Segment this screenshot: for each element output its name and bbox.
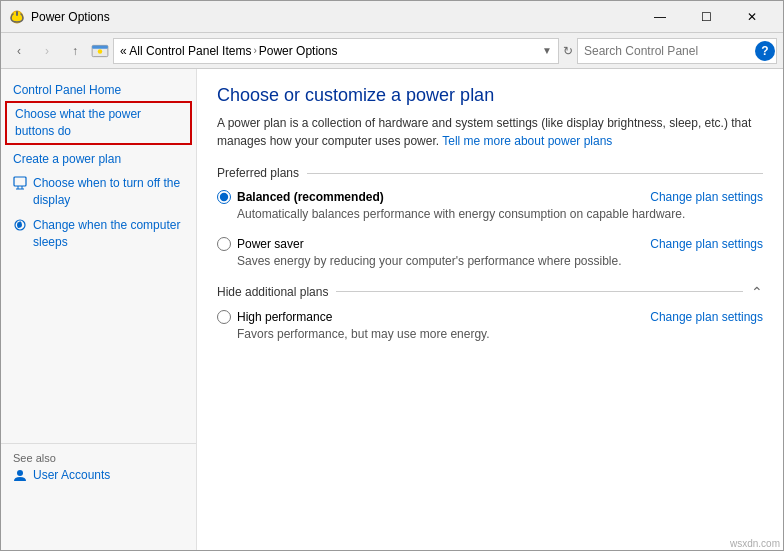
high-performance-plan-desc: Favors performance, but may use more ene… — [217, 326, 763, 343]
sidebar-home-link[interactable]: Control Panel Home — [1, 77, 196, 99]
collapse-chevron-icon[interactable]: ⌃ — [751, 284, 763, 300]
window-controls: — ☐ ✕ — [637, 1, 775, 33]
sidebar-item-label: Change when the computer sleeps — [33, 217, 184, 251]
balanced-radio[interactable] — [217, 190, 231, 204]
minimize-button[interactable]: — — [637, 1, 683, 33]
forward-button[interactable]: › — [35, 39, 59, 63]
page-title: Choose or customize a power plan — [217, 85, 763, 106]
help-icon[interactable]: ? — [755, 41, 775, 61]
balanced-plan-item: Balanced (recommended) Change plan setti… — [217, 190, 763, 223]
sidebar: Control Panel Home Choose what the power… — [1, 69, 197, 551]
main-container: Control Panel Home Choose what the power… — [1, 69, 783, 551]
breadcrumb-separator: › — [253, 45, 256, 56]
see-also-user-accounts[interactable]: User Accounts — [13, 468, 184, 482]
sleep-icon — [13, 218, 27, 232]
sidebar-item-power-buttons[interactable]: Choose what the power buttons do — [5, 101, 192, 145]
title-bar: Power Options — ☐ ✕ — [1, 1, 783, 33]
high-performance-plan-item: High performance Change plan settings Fa… — [217, 310, 763, 343]
address-field[interactable]: « All Control Panel Items › Power Option… — [113, 38, 559, 64]
power-saver-plan-name: Power saver — [237, 237, 304, 251]
breadcrumb-root: « All Control Panel Items — [120, 44, 251, 58]
maximize-button[interactable]: ☐ — [683, 1, 729, 33]
high-performance-radio[interactable] — [217, 310, 231, 324]
svg-point-4 — [98, 49, 103, 54]
app-icon — [9, 9, 25, 25]
sidebar-item-label: Create a power plan — [13, 151, 121, 168]
location-icon — [91, 42, 109, 60]
up-button[interactable]: ↑ — [63, 39, 87, 63]
svg-rect-3 — [92, 45, 108, 48]
watermark: wsxdn.com — [730, 538, 780, 549]
section-divider — [307, 173, 763, 174]
power-saver-change-link[interactable]: Change plan settings — [650, 237, 763, 251]
power-saver-radio[interactable] — [217, 237, 231, 251]
additional-plans-label: Hide additional plans — [217, 285, 328, 299]
close-button[interactable]: ✕ — [729, 1, 775, 33]
sidebar-item-sleep[interactable]: Change when the computer sleeps — [1, 213, 196, 255]
sidebar-item-label: Choose when to turn off the display — [33, 175, 184, 209]
high-performance-plan-name: High performance — [237, 310, 332, 324]
window-title: Power Options — [31, 10, 110, 24]
power-saver-plan-item: Power saver Change plan settings Saves e… — [217, 237, 763, 270]
preferred-plans-header: Preferred plans — [217, 166, 763, 180]
additional-plans-header: Hide additional plans ⌃ — [217, 284, 763, 300]
user-accounts-label: User Accounts — [33, 468, 110, 482]
address-dropdown-icon[interactable]: ▼ — [542, 45, 552, 56]
page-description: A power plan is a collection of hardware… — [217, 114, 763, 150]
back-button[interactable]: ‹ — [7, 39, 31, 63]
preferred-plans-label: Preferred plans — [217, 166, 299, 180]
learn-more-link[interactable]: Tell me more about power plans — [442, 134, 612, 148]
high-performance-change-link[interactable]: Change plan settings — [650, 310, 763, 324]
balanced-plan-name: Balanced (recommended) — [237, 190, 384, 204]
svg-rect-5 — [14, 177, 26, 186]
breadcrumb-current: Power Options — [259, 44, 338, 58]
svg-point-10 — [17, 470, 23, 476]
user-accounts-icon — [13, 468, 27, 482]
sidebar-item-label: Choose what the power buttons do — [15, 106, 182, 140]
svg-rect-1 — [16, 11, 18, 16]
sidebar-item-create-plan[interactable]: Create a power plan — [1, 147, 196, 172]
balanced-plan-desc: Automatically balances performance with … — [217, 206, 763, 223]
sidebar-item-turn-off-display[interactable]: Choose when to turn off the display — [1, 171, 196, 213]
refresh-button[interactable]: ↻ — [563, 44, 573, 58]
search-input[interactable] — [584, 44, 751, 58]
display-icon — [13, 176, 27, 190]
power-saver-plan-desc: Saves energy by reducing your computer's… — [217, 253, 763, 270]
balanced-change-link[interactable]: Change plan settings — [650, 190, 763, 204]
see-also-section: See also User Accounts — [1, 443, 196, 490]
address-bar: ‹ › ↑ « All Control Panel Items › Power … — [1, 33, 783, 69]
search-box[interactable]: 🔍 — [577, 38, 777, 64]
section-divider-2 — [336, 291, 743, 292]
content-area: Choose or customize a power plan A power… — [197, 69, 783, 551]
see-also-label: See also — [13, 452, 184, 464]
